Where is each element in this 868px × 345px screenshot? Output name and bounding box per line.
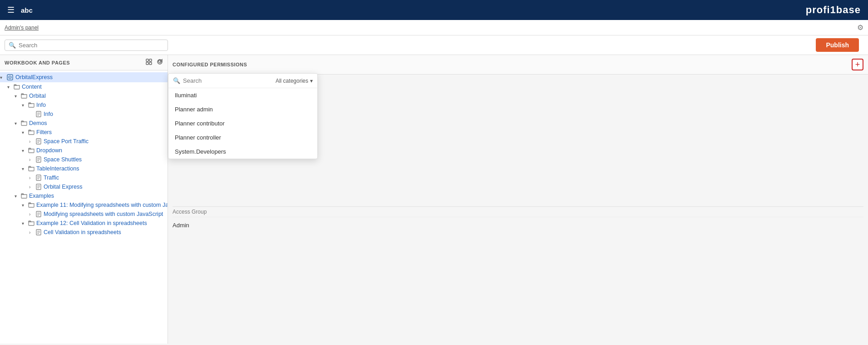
tree-label: Traffic: [44, 175, 59, 181]
chevron-icon: ›: [29, 230, 35, 235]
left-panel: WORKBOOK AND PAGES ▾: [0, 55, 168, 344]
tree-label: Examples: [29, 193, 54, 199]
svg-rect-2: [146, 62, 148, 65]
tree-item-space-shuttles[interactable]: ›Space Shuttles: [0, 155, 168, 164]
topbar-logo: profi1base: [806, 4, 861, 16]
topbar-title: abc: [21, 6, 33, 14]
tree-label: Content: [22, 84, 42, 90]
chevron-icon: ▾: [15, 194, 21, 199]
workbook-pages-title: WORKBOOK AND PAGES: [5, 60, 70, 65]
dropdown-item-planner-admin[interactable]: Planner admin: [168, 102, 317, 116]
tree-item-example11[interactable]: ▾Example 11: Modifying spreadsheets with…: [0, 200, 168, 210]
tree-label: OrbitalExpress: [15, 74, 53, 80]
refresh-icon: [157, 59, 163, 65]
permission-row: Admin: [173, 219, 863, 231]
topbar-left: ☰ abc: [7, 5, 33, 15]
adminbar: Admin's panel ⚙: [0, 20, 868, 35]
tree-item-traffic[interactable]: ›Traffic: [0, 173, 168, 182]
dropdown-search-icon: 🔍: [173, 77, 180, 84]
menu-icon[interactable]: ☰: [7, 5, 15, 15]
tree-item-orbital[interactable]: ▾Orbital: [0, 91, 168, 100]
chevron-icon: ›: [29, 212, 35, 217]
tree-label: Dropdown: [36, 147, 62, 154]
tree-item-tableinteractions[interactable]: ▾TableInteractions: [0, 164, 168, 173]
tree-label: Info: [36, 102, 46, 108]
chevron-icon: ›: [29, 139, 35, 144]
dropdown-category-button[interactable]: All categories ▾: [276, 78, 313, 84]
tree-label: Info: [44, 111, 53, 117]
chevron-icon: ▾: [15, 121, 21, 126]
tree-label: Cell Validation in spreadsheets: [44, 229, 121, 235]
dropdown-item-system-developers[interactable]: System.Developers: [168, 145, 317, 159]
left-panel-header: WORKBOOK AND PAGES: [0, 55, 168, 70]
tree-item-dropdown[interactable]: ▾Dropdown: [0, 146, 168, 155]
chevron-icon: ›: [29, 175, 35, 180]
chevron-icon: ▾: [22, 148, 28, 153]
dropdown-item-planner-controller[interactable]: Planner controller: [168, 130, 317, 145]
right-panel: CONFIGURED PERMISSIONS + 🔍 All categorie…: [168, 55, 868, 344]
svg-rect-0: [146, 59, 148, 61]
search-input-wrap: 🔍: [5, 40, 168, 51]
tree-item-orbitalexpress[interactable]: ▾OrbitalExpress: [0, 72, 168, 82]
permissions-table-area: Access Group Admin: [168, 206, 868, 231]
tree-item-modifying-spreadsheets[interactable]: ›Modifying spreadsheets with custom Java…: [0, 210, 168, 219]
chevron-icon: ▾: [15, 94, 21, 99]
tree-label: Filters: [36, 129, 52, 135]
topbar: ☰ abc profi1base: [0, 0, 868, 20]
tree-item-cell-validation[interactable]: ›Cell Validation in spreadsheets: [0, 228, 168, 237]
main-layout: WORKBOOK AND PAGES ▾: [0, 55, 868, 344]
tree-label: Modifying spreadsheets with custom JavaS…: [44, 211, 163, 217]
tree-item-filters[interactable]: ▾Filters: [0, 128, 168, 137]
chevron-icon: ›: [29, 157, 35, 162]
access-group-header: Access Group: [173, 207, 863, 217]
search-input[interactable]: [19, 42, 164, 49]
publish-button[interactable]: Publish: [816, 38, 859, 52]
chevron-icon: ▾: [22, 103, 28, 108]
tree-label: Example 11: Modifying spreadsheets with …: [36, 202, 168, 208]
add-permission-button[interactable]: +: [852, 59, 863, 70]
right-panel-header: CONFIGURED PERMISSIONS +: [168, 55, 868, 75]
chevron-icon: ▾: [22, 166, 28, 171]
chevron-icon: ▾: [22, 130, 28, 135]
svg-rect-1: [149, 59, 152, 61]
tree-item-orbital-express[interactable]: ›Orbital Express: [0, 182, 168, 191]
tree-label: Example 12: Cell Validation in spreadshe…: [36, 220, 147, 226]
tree-item-example12[interactable]: ▾Example 12: Cell Validation in spreadsh…: [0, 219, 168, 228]
adminpanel-link[interactable]: Admin's panel: [5, 25, 39, 31]
chevron-icon: ▾: [7, 85, 14, 90]
searchbar-row: 🔍 Publish: [0, 35, 868, 55]
chevron-icon: ▾: [22, 221, 28, 226]
configured-permissions-title: CONFIGURED PERMISSIONS: [173, 62, 247, 67]
gear-icon[interactable]: ⚙: [857, 23, 863, 32]
dropdown-search-row: 🔍 All categories ▾: [168, 74, 317, 88]
permissions-rows: Admin: [173, 219, 863, 231]
tree-container: ▾OrbitalExpress▾Content▾Orbital▾InfoInfo…: [0, 70, 168, 344]
tree-item-info-page[interactable]: Info: [0, 110, 168, 119]
permissions-dropdown: 🔍 All categories ▾ IluminatiPlanner admi…: [168, 73, 318, 159]
tree-label: Orbital Express: [44, 184, 82, 190]
tree-label: TableInteractions: [36, 165, 79, 172]
grid-icon: [146, 59, 152, 65]
left-panel-icons: [146, 59, 163, 66]
tree-label: Orbital: [29, 93, 46, 99]
tree-item-content[interactable]: ▾Content: [0, 82, 168, 91]
chevron-icon: ›: [29, 185, 35, 190]
tree-label: Space Shuttles: [44, 156, 82, 163]
dropdown-search-input[interactable]: [183, 77, 273, 84]
tree-item-space-port-traffic[interactable]: ›Space Port Traffic: [0, 137, 168, 146]
tree-label: Space Port Traffic: [44, 138, 89, 145]
dropdown-items-container: IluminatiPlanner adminPlanner contributo…: [168, 88, 317, 159]
chevron-icon: ▾: [0, 75, 6, 80]
dropdown-item-planner-contributor[interactable]: Planner contributor: [168, 116, 317, 130]
svg-rect-3: [149, 62, 152, 65]
refresh-icon-button[interactable]: [157, 59, 163, 66]
tree-item-demos[interactable]: ▾Demos: [0, 119, 168, 128]
grid-icon-button[interactable]: [146, 59, 152, 66]
tree-item-examples[interactable]: ▾Examples: [0, 191, 168, 200]
chevron-icon: ▾: [22, 203, 28, 208]
search-icon: 🔍: [9, 42, 16, 49]
dropdown-item-iluminati[interactable]: Iluminati: [168, 88, 317, 102]
svg-point-6: [10, 77, 10, 78]
tree-item-info-folder[interactable]: ▾Info: [0, 100, 168, 110]
tree-label: Demos: [29, 120, 47, 126]
